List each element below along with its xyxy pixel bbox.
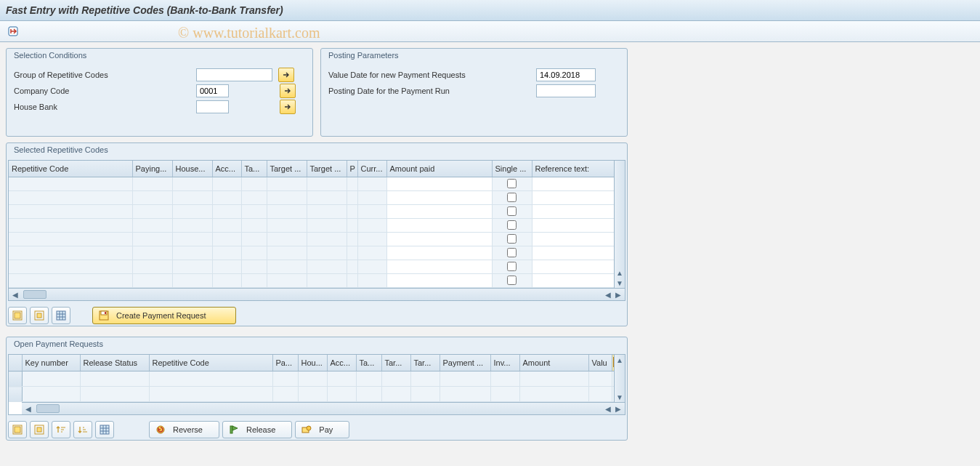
- amount-paid-input[interactable]: [389, 233, 490, 245]
- reference-text-input[interactable]: [534, 178, 614, 190]
- sort-desc-button[interactable]: [73, 421, 92, 438]
- scroll-left-button[interactable]: ◀: [23, 403, 33, 414]
- select-all-button[interactable]: [8, 307, 27, 324]
- table-row[interactable]: [9, 233, 614, 246]
- amount-paid-input[interactable]: [389, 247, 490, 259]
- selected-codes-table[interactable]: Repetitive Code Paying... House... Acc..…: [9, 161, 614, 288]
- col-curr[interactable]: Curr...: [357, 161, 386, 177]
- table-settings-button[interactable]: [52, 307, 70, 324]
- vertical-scrollbar[interactable]: ▲ ▼: [614, 355, 625, 402]
- col-reference[interactable]: Reference text:: [532, 161, 614, 177]
- select-all-button[interactable]: [8, 421, 27, 438]
- col-inv[interactable]: Inv...: [490, 355, 519, 371]
- reference-text-input[interactable]: [534, 275, 614, 286]
- single-checkbox[interactable]: [507, 179, 517, 188]
- col-valu[interactable]: Valu: [588, 355, 612, 371]
- vertical-scrollbar[interactable]: ▲ ▼: [614, 161, 625, 288]
- col-paying[interactable]: Paying...: [132, 161, 172, 177]
- posting-date-input[interactable]: [536, 84, 596, 97]
- col-key[interactable]: Key number: [22, 355, 80, 371]
- scroll-left-button[interactable]: ◀: [10, 289, 20, 300]
- table-row[interactable]: [9, 387, 614, 402]
- company-code-f4-button[interactable]: [280, 84, 296, 98]
- deselect-all-button[interactable]: [30, 421, 49, 438]
- amount-paid-input[interactable]: [389, 206, 490, 217]
- col-tar1[interactable]: Tar...: [381, 355, 410, 371]
- col-target1[interactable]: Target ...: [267, 161, 307, 177]
- group-codes-f4-button[interactable]: [278, 68, 294, 82]
- reference-text-input[interactable]: [534, 220, 614, 231]
- create-payment-request-button[interactable]: Create Payment Request: [92, 307, 236, 324]
- col-amount2[interactable]: Amount: [519, 355, 588, 371]
- horizontal-scrollbar[interactable]: ◀ ◀ ▶: [22, 402, 625, 414]
- amount-paid-input[interactable]: [389, 178, 490, 190]
- col-ta[interactable]: Ta...: [241, 161, 267, 177]
- amount-paid-input[interactable]: [389, 275, 490, 286]
- single-checkbox[interactable]: [507, 276, 517, 285]
- col-amount[interactable]: Amount paid: [386, 161, 492, 177]
- row-selector[interactable]: [9, 371, 22, 387]
- single-checkbox[interactable]: [507, 234, 517, 244]
- scroll-right-button[interactable]: ▶: [613, 289, 623, 300]
- amount-paid-input[interactable]: [389, 192, 490, 204]
- table-row[interactable]: [9, 246, 614, 260]
- table-row[interactable]: [9, 205, 614, 219]
- scroll-up-button[interactable]: ▲: [615, 355, 625, 365]
- table-row[interactable]: [9, 274, 614, 288]
- table-row[interactable]: [9, 177, 614, 191]
- reference-text-input[interactable]: [534, 206, 614, 217]
- horizontal-scrollbar[interactable]: ◀ ◀ ▶: [9, 288, 625, 300]
- table-settings-button[interactable]: [95, 421, 114, 438]
- reverse-button[interactable]: Reverse: [149, 421, 219, 438]
- amount-paid-input[interactable]: [389, 261, 490, 273]
- reference-text-input[interactable]: [534, 261, 614, 273]
- group-codes-input[interactable]: [196, 68, 272, 81]
- single-checkbox[interactable]: [507, 262, 517, 271]
- single-checkbox[interactable]: [507, 220, 517, 230]
- company-code-input[interactable]: [196, 84, 229, 97]
- reference-text-input[interactable]: [534, 233, 614, 245]
- amount-paid-input[interactable]: [389, 220, 490, 231]
- scroll-right-button[interactable]: ▶: [613, 403, 623, 414]
- table-row[interactable]: [9, 260, 614, 274]
- table-row[interactable]: [9, 219, 614, 233]
- col-acc[interactable]: Acc...: [212, 161, 241, 177]
- col-hou[interactable]: Hou...: [298, 355, 327, 371]
- release-button[interactable]: Release: [222, 421, 292, 438]
- scroll-down-button[interactable]: ▼: [615, 392, 625, 402]
- table-row[interactable]: [9, 371, 614, 387]
- deselect-all-button[interactable]: [30, 307, 49, 324]
- col-single[interactable]: Single ...: [492, 161, 532, 177]
- reference-text-input[interactable]: [534, 247, 614, 259]
- single-checkbox[interactable]: [507, 193, 517, 202]
- col-repcode[interactable]: Repetitive Code: [149, 355, 272, 371]
- reference-text-input[interactable]: [534, 192, 614, 204]
- scroll-thumb[interactable]: [36, 404, 60, 413]
- col-target2[interactable]: Target ...: [307, 161, 347, 177]
- house-bank-input[interactable]: [196, 100, 229, 113]
- col-release[interactable]: Release Status: [80, 355, 149, 371]
- scroll-down-button[interactable]: ▼: [615, 278, 625, 288]
- single-checkbox[interactable]: [507, 248, 517, 257]
- col-tar2[interactable]: Tar...: [410, 355, 440, 371]
- row-selector[interactable]: [9, 387, 22, 402]
- scroll-left2-button[interactable]: ◀: [603, 403, 613, 414]
- col-payment[interactable]: Payment ...: [440, 355, 490, 371]
- execute-button[interactable]: [4, 23, 22, 39]
- col-p[interactable]: P: [347, 161, 357, 177]
- pay-button[interactable]: Pay: [295, 421, 349, 438]
- col-house[interactable]: House...: [172, 161, 212, 177]
- value-date-input[interactable]: [536, 68, 596, 81]
- open-payment-requests-table[interactable]: Key number Release Status Repetitive Cod…: [9, 355, 614, 402]
- col-repetitive-code[interactable]: Repetitive Code: [9, 161, 132, 177]
- sort-asc-button[interactable]: [52, 421, 70, 438]
- scroll-up-button[interactable]: ▲: [615, 268, 625, 278]
- scroll-left2-button[interactable]: ◀: [603, 289, 613, 300]
- col-acc2[interactable]: Acc...: [327, 355, 356, 371]
- table-row[interactable]: [9, 191, 614, 205]
- col-pa[interactable]: Pa...: [272, 355, 298, 371]
- house-bank-f4-button[interactable]: [280, 100, 296, 114]
- single-checkbox[interactable]: [507, 206, 517, 216]
- col-ta2[interactable]: Ta...: [356, 355, 381, 371]
- scroll-thumb[interactable]: [23, 290, 46, 299]
